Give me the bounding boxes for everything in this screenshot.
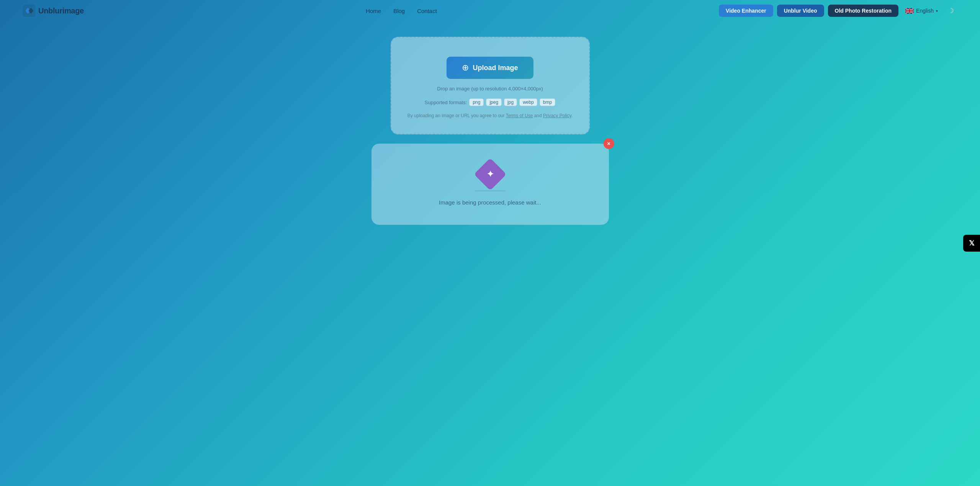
main-content: ⊕ Upload Image Drop an image (up to reso…: [0, 21, 980, 240]
format-webp: webp: [519, 98, 537, 106]
nav-contact[interactable]: Contact: [417, 8, 437, 14]
drop-text: Drop an image (up to resolution 4,000×4,…: [437, 86, 543, 92]
nav-right: Video Enhancer Unblur Video Old Photo Re…: [719, 5, 957, 17]
upload-image-button[interactable]: ⊕ Upload Image: [447, 57, 533, 79]
language-selector[interactable]: English ▾: [902, 6, 941, 15]
processing-diamond-icon: ✦: [474, 158, 506, 191]
theme-toggle-button[interactable]: ☽: [945, 5, 957, 17]
processing-status-text: Image is being processed, please wait...: [439, 199, 541, 206]
plus-icon: ⊕: [462, 63, 469, 73]
format-bmp: bmp: [540, 98, 555, 106]
progress-line: [475, 190, 506, 191]
navbar: Unblurimage Home Blog Contact Video Enha…: [0, 0, 980, 21]
chevron-down-icon: ▾: [936, 9, 938, 13]
privacy-link[interactable]: Privacy Policy: [543, 113, 571, 118]
logo-icon: [23, 5, 35, 17]
format-jpeg: jpeg: [486, 98, 502, 106]
formats-label: Supported formats:: [425, 100, 467, 105]
twitter-x-button[interactable]: 𝕏: [963, 235, 980, 252]
x-icon: 𝕏: [969, 239, 975, 247]
logo-link[interactable]: Unblurimage: [23, 5, 84, 17]
nav-blog[interactable]: Blog: [393, 8, 405, 14]
brand-name: Unblurimage: [38, 7, 84, 15]
close-button[interactable]: ×: [604, 138, 614, 149]
processing-card-wrapper: × ✦ Image is being processed, please wai…: [371, 144, 609, 225]
flag-icon: [905, 8, 914, 14]
unblur-video-button[interactable]: Unblur Video: [777, 5, 824, 17]
terms-text: By uploading an image or URL you agree t…: [407, 113, 573, 118]
terms-link[interactable]: Terms of Use: [506, 113, 533, 118]
upload-card: ⊕ Upload Image Drop an image (up to reso…: [391, 37, 590, 134]
nav-links: Home Blog Contact: [366, 8, 437, 14]
processing-card: ✦ Image is being processed, please wait.…: [371, 144, 609, 225]
nav-home[interactable]: Home: [366, 8, 381, 14]
format-jpg: jpg: [504, 98, 517, 106]
diamond-inner-icon: ✦: [487, 169, 494, 179]
upload-button-label: Upload Image: [473, 64, 518, 72]
processing-icon-area: ✦: [475, 163, 506, 191]
video-enhancer-button[interactable]: Video Enhancer: [719, 5, 773, 17]
old-photo-button[interactable]: Old Photo Restoration: [828, 5, 899, 17]
moon-icon: ☽: [948, 7, 954, 15]
language-label: English: [916, 8, 934, 14]
format-png: png: [469, 98, 484, 106]
formats-row: Supported formats: png jpeg jpg webp bmp: [425, 98, 555, 106]
